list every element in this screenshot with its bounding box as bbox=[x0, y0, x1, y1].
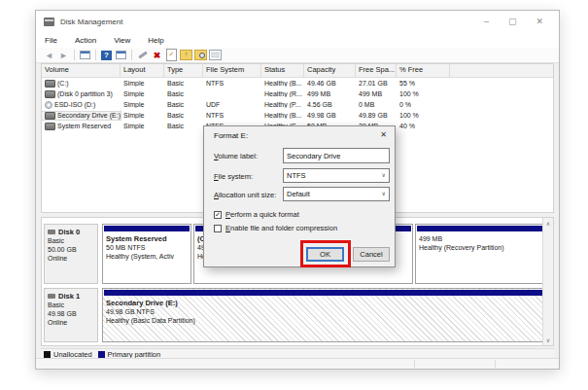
cancel-button[interactable]: Cancel bbox=[353, 247, 390, 262]
checkbox-unchecked-icon[interactable] bbox=[214, 225, 222, 232]
window-title: Disk Management bbox=[60, 18, 122, 26]
col-pct-free[interactable]: % Free bbox=[397, 64, 450, 77]
dialog-close-icon[interactable]: ✕ bbox=[380, 130, 387, 139]
file-system-label: File system: bbox=[214, 172, 253, 181]
volume-label-label: Volume label: bbox=[214, 152, 258, 160]
help-icon[interactable]: ? bbox=[100, 50, 113, 61]
chevron-down-icon: ∨ bbox=[382, 169, 386, 182]
allocation-unit-label: Allocation unit size: bbox=[214, 191, 276, 199]
disk-icon bbox=[48, 230, 55, 234]
drive-icon bbox=[45, 123, 55, 130]
scroll-down-icon[interactable]: ∨ bbox=[546, 337, 550, 343]
status-divider bbox=[414, 360, 415, 368]
col-volume[interactable]: Volume bbox=[42, 64, 121, 77]
menu-view[interactable]: View bbox=[105, 36, 139, 45]
toolbar: ◄ ► ? ✖ ✓ ↑ bbox=[36, 48, 559, 63]
forward-arrow-icon[interactable]: ► bbox=[57, 50, 70, 61]
chevron-down-icon: ∨ bbox=[382, 188, 386, 200]
table-row-selected[interactable]: Secondary Drive (E:) Simple Basic NTFS H… bbox=[42, 110, 553, 121]
properties-window-icon[interactable] bbox=[115, 50, 127, 61]
menu-help[interactable]: Help bbox=[139, 36, 172, 45]
unallocated-swatch bbox=[44, 351, 51, 358]
drive-icon bbox=[45, 90, 55, 98]
disk-management-app-icon bbox=[44, 18, 54, 26]
table-row[interactable]: ESD-ISO (D:) Simple Basic UDF Healthy (P… bbox=[42, 99, 553, 110]
compression-checkbox[interactable]: Enable file and folder compression bbox=[214, 224, 337, 232]
ok-button[interactable]: OK bbox=[306, 247, 344, 262]
console-window-icon[interactable] bbox=[79, 50, 91, 61]
minimize-button[interactable]: – bbox=[484, 18, 489, 26]
quick-format-checkbox[interactable]: ✓ Perform a quick format bbox=[214, 210, 299, 219]
status-divider bbox=[495, 360, 496, 368]
menu-action[interactable]: Action bbox=[66, 36, 105, 45]
primary-partition-strip bbox=[417, 226, 545, 231]
screenshot-canvas: Disk Management – ▢ ✕ File Action View H… bbox=[0, 0, 588, 390]
partition-system-reserved[interactable]: System Reserved 50 MB NTFS Healthy (Syst… bbox=[102, 224, 191, 284]
disk1-header[interactable]: Disk 1 Basic 49.98 GB Online bbox=[44, 288, 98, 342]
maximize-button[interactable]: ▢ bbox=[508, 18, 517, 26]
volume-label-input[interactable] bbox=[283, 148, 390, 163]
drive-icon bbox=[45, 112, 55, 120]
close-button[interactable]: ✕ bbox=[536, 18, 543, 26]
disk0-header[interactable]: Disk 0 Basic 50.00 GB Online bbox=[44, 224, 98, 284]
toolbar-separator bbox=[131, 50, 132, 60]
allocation-unit-select[interactable]: Default ∨ bbox=[283, 187, 390, 201]
col-filler bbox=[450, 64, 553, 77]
title-bar: Disk Management – ▢ ✕ bbox=[36, 11, 559, 32]
col-layout[interactable]: Layout bbox=[121, 64, 164, 77]
dialog-title: Format E: bbox=[214, 131, 248, 140]
folder-search-icon[interactable] bbox=[194, 50, 207, 61]
partition-secondary-drive[interactable]: Secondary Drive (E:) 49.98 GB NTFS Healt… bbox=[102, 288, 547, 342]
check-document-icon[interactable]: ✓ bbox=[165, 50, 178, 61]
col-capacity[interactable]: Capacity bbox=[304, 64, 356, 77]
table-header: Volume Layout Type File System Status Ca… bbox=[42, 64, 553, 78]
vertical-scrollbar[interactable]: ∧ ∨ bbox=[542, 218, 553, 345]
folder-upload-icon[interactable]: ↑ bbox=[180, 50, 192, 61]
table-row[interactable]: (Disk 0 partition 3) Simple Basic Health… bbox=[42, 89, 553, 99]
col-file-system[interactable]: File System bbox=[203, 64, 261, 77]
col-type[interactable]: Type bbox=[164, 64, 203, 77]
file-system-select[interactable]: NTFS ∨ bbox=[283, 168, 390, 183]
format-dialog: Format E: ✕ Volume label: File system: N… bbox=[203, 125, 396, 267]
toolbar-separator bbox=[74, 50, 75, 60]
table-row[interactable]: (C:) Simple Basic NTFS Healthy (B... 49.… bbox=[42, 78, 553, 89]
details-view-icon[interactable] bbox=[209, 50, 222, 61]
disk1-row: Disk 1 Basic 49.98 GB Online Secondary D… bbox=[44, 288, 541, 342]
scroll-up-icon[interactable]: ∧ bbox=[546, 220, 550, 227]
action-pane-icon[interactable] bbox=[136, 50, 149, 61]
primary-partition-swatch bbox=[98, 351, 105, 358]
checkbox-checked-icon[interactable]: ✓ bbox=[214, 211, 222, 219]
col-free-space[interactable]: Free Spa... bbox=[356, 64, 397, 77]
primary-partition-strip bbox=[104, 290, 545, 296]
disk-management-window: Disk Management – ▢ ✕ File Action View H… bbox=[35, 10, 560, 370]
disc-icon bbox=[45, 101, 52, 109]
menu-bar: File Action View Help bbox=[36, 32, 559, 48]
status-bar bbox=[36, 358, 559, 369]
toolbar-separator bbox=[95, 50, 96, 60]
back-arrow-icon[interactable]: ◄ bbox=[43, 50, 55, 61]
menu-file[interactable]: File bbox=[36, 36, 66, 45]
col-status[interactable]: Status bbox=[261, 64, 304, 77]
disk-icon bbox=[48, 294, 55, 299]
drive-icon bbox=[45, 80, 55, 88]
delete-volume-icon[interactable]: ✖ bbox=[151, 50, 163, 61]
partition-recovery[interactable]: 499 MB Healthy (Recovery Partition) bbox=[415, 224, 547, 284]
primary-partition-strip bbox=[104, 226, 190, 231]
